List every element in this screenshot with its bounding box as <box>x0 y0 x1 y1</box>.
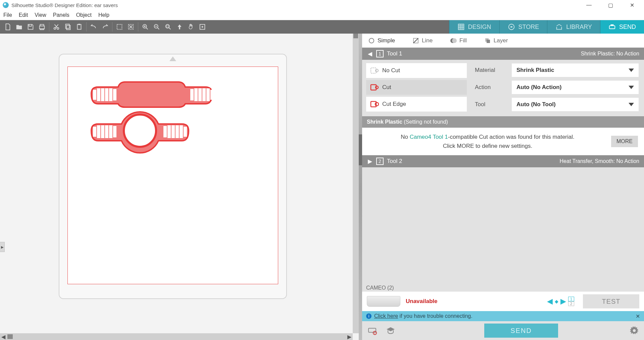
material-dropdown[interactable]: Shrink Plastic <box>512 63 639 77</box>
tab-design[interactable]: DESIGN <box>449 20 499 34</box>
svg-rect-4 <box>78 25 81 30</box>
tool2-header[interactable]: ▶ 2 Tool 2 Heat Transfer, Smooth: No Act… <box>362 155 644 167</box>
action-value: Auto (No Action) <box>516 84 561 91</box>
split-handle[interactable] <box>359 34 362 340</box>
menu-file[interactable]: File <box>3 12 12 18</box>
window-titlebar: Silhouette Studio® Designer Edition: ear… <box>0 0 644 10</box>
info-icon: i <box>366 313 371 319</box>
tab-library-label: LIBRARY <box>566 24 592 31</box>
tool-dropdown[interactable]: Auto (No Tool) <box>512 98 639 111</box>
tab-send[interactable]: SEND <box>600 20 644 34</box>
subtab-line-label: Line <box>422 37 433 44</box>
vertical-scrollbar[interactable] <box>353 34 359 333</box>
menu-help[interactable]: Help <box>98 12 109 18</box>
option-cut-edge[interactable]: Cut Edge <box>366 97 467 112</box>
main-tabs: DESIGN STORE LIBRARY SEND <box>449 20 644 34</box>
maximize-button[interactable]: ▢ <box>604 2 616 8</box>
carriage-1: 1 <box>568 297 574 301</box>
svg-rect-6 <box>117 25 122 30</box>
info-pre: No <box>401 134 409 140</box>
menu-bar: File Edit View Panels Object Help <box>0 10 644 20</box>
banner-material: Shrink Plastic <box>367 119 402 125</box>
tab-store[interactable]: STORE <box>499 20 547 34</box>
zoom-out-icon[interactable] <box>151 20 162 34</box>
help-close-icon[interactable]: ✕ <box>636 313 640 320</box>
more-button[interactable]: MORE <box>611 136 638 147</box>
cut-icon <box>370 84 379 91</box>
subtab-layer-label: Layer <box>494 37 508 44</box>
vscroll-thumb[interactable] <box>353 34 358 38</box>
grid-icon <box>457 23 465 31</box>
pan-icon[interactable] <box>185 20 197 34</box>
svg-rect-5 <box>78 24 80 25</box>
svg-point-18 <box>124 115 156 147</box>
zoom-in-icon[interactable] <box>140 20 151 34</box>
send-icon <box>608 23 616 31</box>
subtab-line[interactable]: Line <box>410 36 435 45</box>
save-icon[interactable] <box>25 20 36 34</box>
undo-icon[interactable] <box>88 20 99 34</box>
prev-machine-icon[interactable]: ◀ <box>547 297 553 306</box>
copy-icon[interactable] <box>62 20 73 34</box>
option-no-cut[interactable]: No Cut <box>366 63 467 78</box>
canvas-area[interactable]: ◀ ▶ ▶ <box>0 34 359 340</box>
tool2-label: Tool 2 <box>387 158 402 165</box>
paste-icon[interactable] <box>73 20 85 34</box>
next-machine-icon[interactable]: ▶ <box>560 297 566 306</box>
info-text: No Cameo4 Tool 1-compatible Cut action w… <box>368 132 607 151</box>
expand-left-panel[interactable]: ▶ <box>0 242 5 252</box>
circle-icon <box>368 37 375 44</box>
tool1-label: Tool 1 <box>387 50 402 57</box>
info-line2: Click MORE to define new settings. <box>443 143 532 149</box>
subtab-layer[interactable]: Layer <box>482 36 511 45</box>
select-all-icon[interactable] <box>114 20 125 34</box>
bottom-bar: 2 SEND <box>362 321 644 340</box>
zoom-selection-icon[interactable] <box>162 20 174 34</box>
nocut-icon <box>370 67 379 74</box>
fit-page-icon[interactable] <box>197 20 208 34</box>
machine-icon[interactable]: 2 <box>367 326 378 336</box>
menu-object[interactable]: Object <box>76 12 92 18</box>
svg-rect-2 <box>66 24 69 29</box>
zoom-fit-icon[interactable] <box>174 20 185 34</box>
subtab-simple-label: Simple <box>378 37 395 44</box>
svg-rect-12 <box>179 27 180 29</box>
hscroll-left-icon[interactable]: ◀ <box>0 333 7 340</box>
tutorial-icon[interactable] <box>386 326 396 336</box>
open-file-icon[interactable] <box>13 20 25 34</box>
store-icon <box>508 23 515 31</box>
tool1-settings: Material Shrink Plastic Action Auto (No … <box>475 63 640 112</box>
subtab-simple[interactable]: Simple <box>365 36 398 45</box>
menu-edit[interactable]: Edit <box>19 12 28 18</box>
svg-point-19 <box>369 38 374 43</box>
subtab-fill[interactable]: Fill <box>447 36 469 45</box>
app-logo-icon <box>3 2 9 8</box>
ear-saver-design <box>81 74 236 168</box>
toolbar-divider <box>138 22 138 32</box>
chevron-down-icon <box>629 86 634 89</box>
new-file-icon[interactable] <box>2 20 13 34</box>
tab-library[interactable]: LIBRARY <box>547 20 600 34</box>
settings-gear-icon[interactable] <box>630 326 639 335</box>
hscroll-thumb[interactable] <box>7 334 13 339</box>
hscroll-right-icon[interactable]: ▶ <box>346 333 353 340</box>
print-icon[interactable] <box>36 20 48 34</box>
horizontal-scrollbar[interactable]: ◀ ▶ <box>0 333 353 340</box>
action-dropdown[interactable]: Auto (No Action) <box>512 81 639 94</box>
help-link[interactable]: Click here <box>374 313 398 319</box>
menu-panels[interactable]: Panels <box>53 12 69 18</box>
menu-view[interactable]: View <box>35 12 46 18</box>
tool1-header[interactable]: ◀ 1 Tool 1 Shrink Plastic: No Action <box>362 48 644 60</box>
send-button[interactable]: SEND <box>484 324 558 338</box>
chevron-left-icon: ◀ <box>367 50 373 57</box>
library-icon <box>555 23 563 31</box>
option-cut[interactable]: Cut <box>366 80 467 95</box>
cut-icon[interactable] <box>51 20 62 34</box>
minimize-button[interactable]: — <box>583 2 595 8</box>
test-button[interactable]: TEST <box>583 294 639 308</box>
deselect-icon[interactable] <box>125 20 137 34</box>
send-panel: Simple Line Fill Layer ◀ 1 Tool 1 Shrink… <box>362 34 644 340</box>
close-button[interactable]: ✕ <box>626 2 638 8</box>
svg-point-22 <box>452 38 457 43</box>
redo-icon[interactable] <box>99 20 111 34</box>
